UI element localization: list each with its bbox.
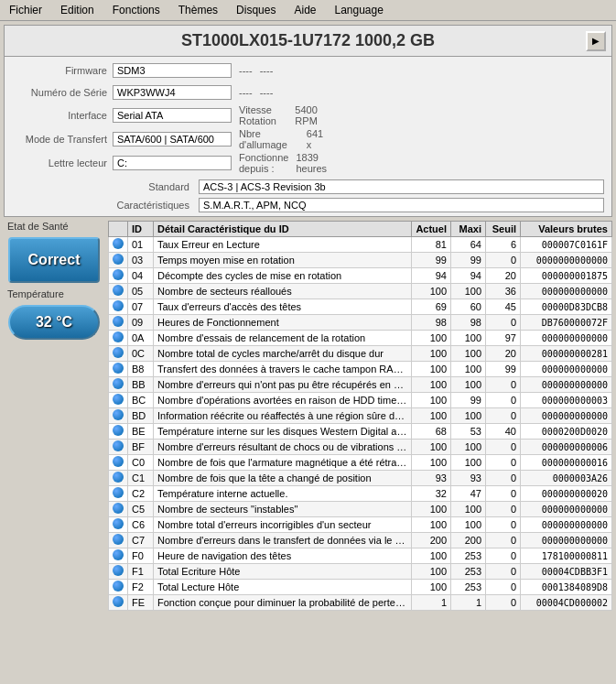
row-maxi: 100	[451, 440, 486, 455]
row-actuel: 100	[412, 284, 451, 299]
drive-title-row: ST1000LX015-1U7172 1000,2 GB ▶	[5, 26, 611, 57]
row-maxi: 60	[451, 299, 486, 315]
row-detail: Heure de navigation des têtes	[154, 548, 412, 564]
row-detail: Taux Erreur en Lecture	[154, 237, 412, 253]
row-maxi: 99	[451, 393, 486, 408]
table-row: F2Total Lecture Hôte10025300001384089D8	[109, 580, 612, 595]
table-row: FEFonction conçue pour diminuer la proba…	[109, 595, 612, 611]
standard-row: Standard ACS-3 | ACS-3 Revision 3b	[5, 178, 611, 196]
row-detail: Nombre de fois que la tête a changé de p…	[154, 471, 412, 486]
row-maxi: 100	[451, 331, 486, 346]
row-maxi: 253	[451, 564, 486, 580]
row-raw: 000000000000	[521, 517, 612, 533]
serial-row: Numéro de Série WKP3WWJ4 ---- ----	[12, 82, 327, 103]
rotation-value: 5400 RPM	[295, 104, 327, 126]
row-maxi: 93	[451, 471, 486, 486]
row-actuel: 200	[412, 533, 451, 548]
row-maxi: 100	[451, 346, 486, 362]
menu-aide[interactable]: Aide	[288, 2, 321, 18]
col-status	[109, 222, 128, 237]
row-detail: Nombre d'opérations avortées en raison d…	[154, 393, 412, 408]
status-dot-cell	[109, 346, 128, 362]
row-seuil: 0	[486, 564, 521, 580]
row-id: C0	[128, 455, 154, 471]
row-seuil: 0	[486, 471, 521, 486]
row-actuel: 100	[412, 377, 451, 393]
letter-value: C:	[113, 156, 232, 170]
drive-title: ST1000LX015-1U7172 1000,2 GB	[181, 31, 435, 50]
row-raw: 00004CDBB3F1	[521, 564, 612, 580]
status-dot-cell	[109, 377, 128, 393]
row-id: C7	[128, 533, 154, 548]
transfer-value: SATA/600 | SATA/600	[113, 132, 232, 147]
status-dot	[113, 285, 124, 296]
row-detail: Information réécrite ou réaffectés à une…	[154, 408, 412, 424]
row-raw: 000000000020	[521, 486, 612, 502]
status-dot	[113, 534, 124, 545]
row-actuel: 93	[412, 471, 451, 486]
status-dot-cell	[109, 268, 128, 284]
menu-fichier[interactable]: Fichier	[4, 2, 48, 18]
status-dot-cell	[109, 517, 128, 533]
row-maxi: 99	[451, 253, 486, 268]
row-actuel: 98	[412, 315, 451, 331]
expand-button[interactable]: ▶	[586, 31, 606, 51]
row-maxi: 100	[451, 362, 486, 377]
row-actuel: 100	[412, 517, 451, 533]
row-id: C2	[128, 486, 154, 502]
row-id: BD	[128, 408, 154, 424]
row-actuel: 1	[412, 595, 451, 611]
health-button-text: Correct	[28, 252, 81, 268]
transfer-label: Mode de Transfert	[12, 134, 113, 145]
powertime-label: Fonctionne depuis :	[232, 152, 296, 174]
row-actuel: 100	[412, 564, 451, 580]
status-dot	[113, 316, 124, 327]
menu-disques[interactable]: Disques	[231, 2, 281, 18]
table-row: 0CNombre total de cycles marche/arrêt du…	[109, 346, 612, 362]
row-id: BB	[128, 377, 154, 393]
menu-themes[interactable]: Thèmes	[173, 2, 223, 18]
row-id: 04	[128, 268, 154, 284]
row-detail: Température interne sur les disques West…	[154, 424, 412, 440]
row-raw: DB760000072F	[521, 315, 612, 331]
health-button[interactable]: Correct	[8, 237, 100, 283]
status-dot-cell	[109, 315, 128, 331]
row-raw: 000000000000	[521, 408, 612, 424]
row-id: F1	[128, 564, 154, 580]
menu-fonctions[interactable]: Fonctions	[107, 2, 166, 18]
firmware-value: SDM3	[113, 63, 232, 78]
col-raw: Valeurs brutes	[521, 222, 612, 237]
row-raw: 000007C0161F	[521, 237, 612, 253]
row-actuel: 94	[412, 268, 451, 284]
row-seuil: 0	[486, 548, 521, 564]
menu-edition[interactable]: Edition	[55, 2, 100, 18]
row-detail: Temps moyen mise en rotation	[154, 253, 412, 268]
row-id: F0	[128, 548, 154, 564]
status-dot-cell	[109, 393, 128, 408]
row-maxi: 100	[451, 408, 486, 424]
row-raw: 000000001875	[521, 268, 612, 284]
menu-language[interactable]: Language	[330, 2, 389, 18]
row-actuel: 99	[412, 253, 451, 268]
interface-value: Serial ATA	[113, 108, 232, 123]
row-id: 03	[128, 253, 154, 268]
status-dot-cell	[109, 237, 128, 253]
row-actuel: 100	[412, 580, 451, 595]
row-maxi: 98	[451, 315, 486, 331]
status-dot	[113, 549, 124, 560]
row-actuel: 100	[412, 502, 451, 517]
table-row: C1Nombre de fois que la tête a changé de…	[109, 471, 612, 486]
status-dot	[113, 565, 124, 576]
row-maxi: 47	[451, 486, 486, 502]
row-maxi: 100	[451, 377, 486, 393]
row-id: BF	[128, 440, 154, 455]
status-dot-cell	[109, 548, 128, 564]
status-dot-cell	[109, 580, 128, 595]
status-dot	[113, 581, 124, 592]
features-label: Caractéristiques	[12, 200, 195, 211]
row-detail: Taux d'erreurs d'accès des têtes	[154, 299, 412, 315]
row-detail: Total Ecriture Hôte	[154, 564, 412, 580]
status-dot-cell	[109, 299, 128, 315]
status-dot-cell	[109, 253, 128, 268]
row-seuil: 0	[486, 580, 521, 595]
